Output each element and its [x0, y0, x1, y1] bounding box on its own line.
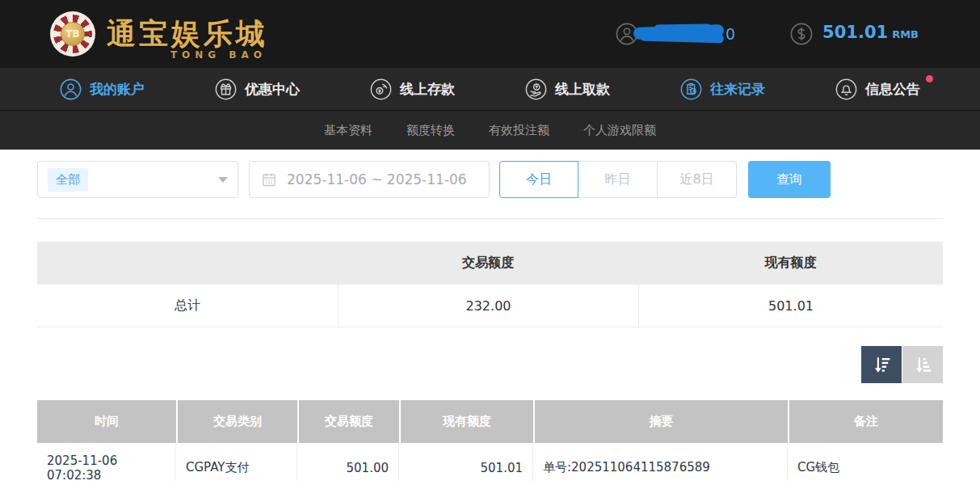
- quick-range-group: 今日 昨日 近8日: [499, 161, 737, 198]
- chip-badge: TB: [61, 22, 85, 46]
- brand-logo[interactable]: TB 通宝娱乐城 TONG BAO: [50, 11, 268, 57]
- summary-table: 交易额度 现有额度 总计 232.00 501.01: [37, 242, 943, 327]
- divider: [37, 218, 943, 219]
- logo-subtitle: TONG BAO: [170, 50, 267, 60]
- quick-today-button[interactable]: 今日: [499, 161, 578, 198]
- cell-transaction-amount: 501.00: [297, 444, 399, 481]
- summary-transaction-amount: 232.00: [338, 285, 638, 327]
- sort-descending-button[interactable]: [861, 346, 902, 383]
- nav-label: 优惠中心: [245, 80, 300, 99]
- cell-remark: CG钱包: [788, 444, 943, 481]
- balance-display[interactable]: 501.01 RMB: [790, 23, 919, 45]
- cell-type: CGPAY支付: [176, 444, 297, 481]
- type-select[interactable]: 全部: [37, 161, 238, 198]
- nav-item-promotions[interactable]: 优惠中心: [215, 78, 300, 100]
- records-table: 时间 交易类别 交易额度 现有额度 摘要 备注 2025-11-06 07:02…: [37, 400, 943, 481]
- deposit-icon: [370, 78, 392, 100]
- summary-current-amount: 501.01: [638, 285, 943, 327]
- balance-amount: 501.01: [822, 23, 888, 42]
- sort-ascending-button[interactable]: [902, 346, 943, 383]
- gift-icon: [215, 78, 237, 100]
- type-selected-tag: 全部: [48, 168, 88, 192]
- col-current-amount: 现有额度: [401, 400, 533, 443]
- nav-label: 往来记录: [710, 80, 765, 99]
- summary-table-header: 交易额度 现有额度: [37, 242, 943, 285]
- page-content: 全部 2025-11-06 ~ 2025-11-06 今日 昨日 近8日 查询 …: [0, 150, 980, 481]
- nav-item-announcements[interactable]: 信息公告: [835, 78, 920, 100]
- nav-label: 线上存款: [400, 80, 455, 99]
- balance-currency: RMB: [892, 28, 919, 40]
- nav-label: 我的账户: [90, 80, 145, 99]
- sub-nav: 基本资料 额度转换 有效投注额 个人游戏限额: [0, 111, 980, 150]
- logo-text: 通宝娱乐城 TONG BAO: [107, 19, 268, 49]
- cell-summary: 单号:202511064115876589: [533, 444, 788, 481]
- subnav-item-game-limits[interactable]: 个人游戏限额: [583, 123, 656, 138]
- bell-icon: [835, 78, 857, 100]
- dollar-circle-icon: [790, 23, 813, 45]
- account-info[interactable]: 0: [616, 23, 735, 45]
- quick-yesterday-button[interactable]: 昨日: [578, 161, 658, 198]
- redacted-username: [633, 24, 729, 44]
- nav-item-records[interactable]: 往来记录: [680, 78, 765, 100]
- nav-item-deposit[interactable]: 线上存款: [370, 78, 455, 100]
- filter-bar: 全部 2025-11-06 ~ 2025-11-06 今日 昨日 近8日 查询: [37, 161, 943, 198]
- records-icon: [680, 78, 702, 100]
- subnav-item-basic-info[interactable]: 基本资料: [324, 123, 372, 138]
- withdraw-icon: [525, 78, 547, 100]
- table-row: 2025-11-06 07:02:38 CGPAY支付 501.00 501.0…: [37, 443, 943, 481]
- nav-label: 线上取款: [555, 80, 610, 99]
- col-transaction-amount: 交易额度: [299, 400, 399, 443]
- nav-item-withdraw[interactable]: 线上取款: [525, 78, 610, 100]
- col-time: 时间: [37, 400, 176, 443]
- summary-col-empty: [37, 242, 338, 285]
- cell-current-amount: 501.01: [399, 444, 533, 481]
- chevron-down-icon: [218, 177, 228, 183]
- summary-total-row: 总计 232.00 501.01: [37, 285, 943, 327]
- col-type: 交易类别: [178, 400, 297, 443]
- records-table-header: 时间 交易类别 交易额度 现有额度 摘要 备注: [37, 400, 943, 443]
- quick-last8days-button[interactable]: 近8日: [658, 161, 737, 198]
- summary-col-current: 现有额度: [638, 242, 943, 285]
- sort-controls: [37, 346, 943, 383]
- col-summary: 摘要: [535, 400, 788, 443]
- sort-desc-icon: [871, 354, 892, 375]
- calendar-icon: [261, 171, 277, 188]
- top-header: TB 通宝娱乐城 TONG BAO 0 501.01 RMB: [0, 0, 980, 68]
- date-range-input[interactable]: 2025-11-06 ~ 2025-11-06: [249, 161, 490, 198]
- nav-label: 信息公告: [865, 80, 920, 99]
- col-remark: 备注: [789, 400, 943, 443]
- user-icon: [60, 78, 82, 100]
- main-nav: 我的账户 优惠中心 线上存款 线上取款: [0, 68, 980, 111]
- sort-asc-icon: [912, 354, 933, 375]
- summary-col-transaction: 交易额度: [338, 242, 638, 285]
- cell-time: 2025-11-06 07:02:38: [37, 444, 176, 481]
- notification-dot: [926, 75, 933, 82]
- search-button[interactable]: 查询: [748, 161, 831, 198]
- subnav-item-valid-bets[interactable]: 有效投注额: [489, 123, 549, 138]
- date-range-value: 2025-11-06 ~ 2025-11-06: [287, 171, 467, 188]
- summary-total-label: 总计: [37, 285, 338, 327]
- nav-item-my-account[interactable]: 我的账户: [60, 78, 145, 100]
- subnav-item-credit-transfer[interactable]: 额度转换: [406, 123, 455, 138]
- casino-chip-icon: TB: [50, 11, 95, 57]
